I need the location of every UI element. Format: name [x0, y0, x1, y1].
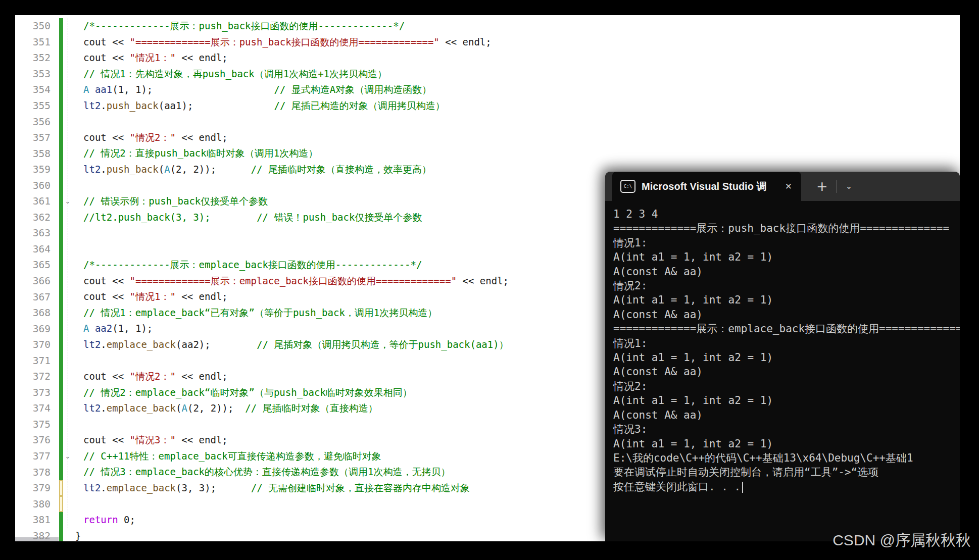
line-number[interactable]: 365	[15, 259, 55, 271]
line-number[interactable]: 358	[15, 148, 55, 160]
line-number[interactable]: 371	[15, 355, 55, 367]
change-bar	[59, 464, 63, 480]
change-bar	[59, 305, 63, 321]
console-line: 情况2:	[613, 279, 960, 293]
line-number[interactable]: 366	[15, 275, 55, 287]
change-bar	[59, 193, 63, 210]
line-number[interactable]: 377	[15, 450, 55, 462]
line-number[interactable]: 382	[15, 530, 55, 541]
line-number[interactable]: 369	[15, 323, 55, 335]
new-tab-button[interactable]: +	[808, 172, 836, 201]
fold-chevron-icon[interactable]: ⌄	[63, 448, 72, 465]
change-bar	[59, 321, 63, 337]
change-bar	[59, 257, 63, 273]
change-bar	[59, 225, 63, 241]
line-number[interactable]: 372	[15, 371, 55, 382]
code-text[interactable]: // 情况1：先构造对象，再push_back（调用1次构造+1次拷贝构造）	[72, 66, 960, 82]
console-line: 要在调试停止时自动关闭控制台，请启用“工具”->“选项	[613, 465, 960, 479]
change-bar	[59, 528, 63, 542]
line-number[interactable]: 367	[15, 291, 55, 303]
line-number[interactable]: 360	[15, 180, 55, 191]
line-number[interactable]: 379	[15, 482, 55, 494]
code-line: 354A aa1(1, 1); // 显式构造A对象（调用构造函数）	[15, 82, 960, 98]
change-bar	[59, 337, 63, 353]
change-bar	[59, 241, 63, 258]
change-bar	[59, 400, 63, 417]
terminal-output[interactable]: 1 2 3 4=============展示：push_back接口函数的使用=…	[605, 201, 960, 541]
code-line: 350/*-------------展示：push_back接口函数的使用---…	[15, 18, 960, 34]
line-number[interactable]: 352	[15, 52, 55, 64]
change-bar	[59, 273, 63, 289]
line-number[interactable]: 362	[15, 212, 55, 223]
terminal-tab[interactable]: C:\ Microsoft Visual Studio 调 ✕	[612, 172, 801, 201]
terminal-tab-title: Microsoft Visual Studio 调	[642, 180, 771, 193]
change-bar	[59, 496, 63, 512]
line-number[interactable]: 378	[15, 467, 55, 478]
console-line: A(const A& aa)	[613, 265, 960, 279]
change-bar	[59, 66, 63, 82]
chevron-down-icon[interactable]: ⌄	[837, 172, 861, 201]
line-number[interactable]: 368	[15, 307, 55, 319]
code-line: 357cout << "情况2：" << endl;	[15, 130, 960, 146]
console-line: A(int a1 = 1, int a2 = 1)	[613, 350, 960, 365]
line-number[interactable]: 356	[15, 116, 55, 128]
fold-chevron-icon[interactable]: ⌄	[63, 193, 72, 210]
change-bar	[59, 177, 63, 193]
line-number[interactable]: 376	[15, 434, 55, 446]
console-line: A(int a1 = 1, int a2 = 1)	[613, 250, 960, 264]
console-line: A(const A& aa)	[613, 308, 960, 322]
change-bar	[59, 417, 63, 433]
code-text[interactable]: // 情况2：直接push_back临时对象（调用1次构造）	[72, 145, 960, 162]
line-number[interactable]: 350	[15, 20, 55, 32]
change-bar	[59, 98, 63, 114]
change-bar	[59, 145, 63, 162]
code-text[interactable]: cout << "情况1：" << endl;	[72, 50, 960, 66]
console-line: A(const A& aa)	[613, 365, 960, 379]
console-line: 情况3:	[613, 422, 960, 436]
code-line: 356	[15, 114, 960, 130]
close-tab-icon[interactable]: ✕	[782, 180, 795, 192]
code-line: 355lt2.push_back(aa1); // 尾插已构造的对象（调用拷贝构…	[15, 98, 960, 114]
line-number[interactable]: 374	[15, 402, 55, 414]
debug-console-window: C:\ Microsoft Visual Studio 调 ✕ + ⌄ 1 2 …	[605, 172, 960, 541]
code-line: 351cout << "=============展示：push_back接口函…	[15, 34, 960, 50]
change-bar	[59, 352, 63, 369]
line-number[interactable]: 381	[15, 514, 55, 526]
code-text[interactable]: /*-------------展示：push_back接口函数的使用------…	[72, 18, 960, 34]
console-line: 情况1:	[613, 336, 960, 350]
line-number[interactable]: 355	[15, 100, 55, 112]
console-line: 情况2:	[613, 379, 960, 393]
change-bar	[59, 50, 63, 66]
line-number[interactable]: 353	[15, 68, 55, 80]
change-bar	[59, 18, 63, 34]
change-bar	[59, 34, 63, 50]
console-icon: C:\	[620, 180, 635, 193]
console-line: 情况1:	[613, 236, 960, 250]
code-line: 353// 情况1：先构造对象，再push_back（调用1次构造+1次拷贝构造…	[15, 66, 960, 82]
line-number[interactable]: 380	[15, 498, 55, 510]
line-number[interactable]: 357	[15, 132, 55, 143]
console-line: A(int a1 = 1, int a2 = 1)	[613, 293, 960, 307]
console-line: 1 2 3 4	[613, 207, 960, 221]
line-number[interactable]: 375	[15, 419, 55, 430]
line-number[interactable]: 363	[15, 227, 55, 239]
code-text[interactable]: A aa1(1, 1); // 显式构造A对象（调用构造函数）	[72, 82, 960, 98]
terminal-titlebar[interactable]: C:\ Microsoft Visual Studio 调 ✕ + ⌄	[605, 172, 960, 201]
change-bar	[59, 210, 63, 226]
code-text[interactable]: cout << "情况2：" << endl;	[72, 130, 960, 146]
code-text[interactable]: lt2.push_back(aa1); // 尾插已构造的对象（调用拷贝构造）	[72, 98, 960, 114]
csdn-watermark: CSDN @序属秋秋秋	[788, 530, 975, 551]
console-line: A(int a1 = 1, int a2 = 1)	[613, 437, 960, 451]
line-number[interactable]: 359	[15, 164, 55, 175]
line-number[interactable]: 354	[15, 84, 55, 95]
change-bar	[59, 130, 63, 146]
line-number[interactable]: 370	[15, 339, 55, 350]
code-line: 352cout << "情况1：" << endl;	[15, 50, 960, 66]
change-bar	[59, 369, 63, 385]
code-text[interactable]: cout << "=============展示：push_back接口函数的使…	[72, 34, 960, 50]
line-number[interactable]: 373	[15, 387, 55, 398]
console-line: E:\我的code\C++的代码\C++基础13\x64\Debug\C++基础…	[613, 451, 960, 465]
line-number[interactable]: 361	[15, 195, 55, 207]
line-number[interactable]: 364	[15, 243, 55, 255]
line-number[interactable]: 351	[15, 36, 55, 48]
